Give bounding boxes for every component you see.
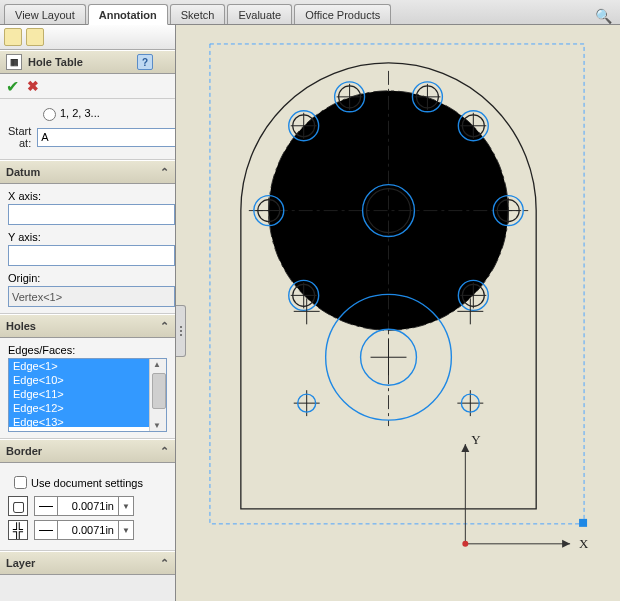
holes-header[interactable]: Holes ⌃ (0, 314, 175, 338)
border-body: Use document settings ▢ 0.0071in ▼ ╬ 0.0… (0, 463, 175, 551)
list-item[interactable]: Edge<1> (9, 359, 166, 373)
y-axis-input[interactable] (8, 245, 175, 266)
tab-office-products[interactable]: Office Products (294, 4, 391, 24)
svg-marker-54 (562, 540, 570, 548)
datum-body: X axis: Y axis: Origin: (0, 184, 175, 314)
border-title: Border (6, 445, 42, 457)
inner-border-icon[interactable]: ╬ (8, 520, 28, 540)
list-item[interactable]: Edge<13> (9, 415, 166, 427)
feature-manager-toolstrip (0, 25, 175, 50)
fm-icon-2[interactable] (26, 28, 44, 46)
help-button[interactable]: ? (137, 54, 153, 70)
list-item[interactable]: Edge<12> (9, 401, 166, 415)
chevron-down-icon: ▼ (118, 497, 133, 515)
numbering-radio[interactable] (43, 108, 56, 121)
zoom-icon[interactable]: 🔍 (595, 8, 612, 24)
origin-input[interactable] (8, 286, 175, 307)
ok-button[interactable]: ✔ (6, 77, 19, 96)
inner-border-value: 0.0071in (58, 524, 118, 536)
edges-faces-label: Edges/Faces: (8, 344, 167, 356)
drawing-view: X Y (176, 25, 620, 600)
scrollbar-thumb[interactable] (152, 373, 166, 409)
numbering-radio-label: 1, 2, 3... (60, 107, 100, 119)
use-doc-checkbox[interactable] (14, 476, 27, 489)
start-at-label: Start at: (8, 125, 37, 149)
datum-title: Datum (6, 166, 40, 178)
list-item[interactable]: Edge<11> (9, 387, 166, 401)
start-at-input[interactable] (37, 128, 176, 147)
cancel-button[interactable]: ✖ (27, 78, 39, 94)
x-axis-input[interactable] (8, 204, 175, 225)
panel-title: Hole Table (28, 56, 83, 68)
outer-border-thickness[interactable]: 0.0071in ▼ (34, 496, 134, 516)
confirm-row: ✔ ✖ (0, 74, 175, 99)
axis-triad: X Y (461, 432, 589, 551)
numbering-option[interactable]: 1, 2, 3... (38, 105, 167, 121)
tab-evaluate[interactable]: Evaluate (227, 4, 292, 24)
list-scrollbar[interactable] (149, 359, 166, 431)
collapse-icon: ⌃ (160, 166, 169, 179)
tab-view-layout[interactable]: View Layout (4, 4, 86, 24)
property-manager-panel: ▦ Hole Table ? ✔ ✖ 1, 2, 3... Start at: … (0, 25, 176, 601)
svg-marker-56 (461, 444, 469, 452)
tab-annotation[interactable]: Annotation (88, 4, 168, 25)
chevron-down-icon: ▼ (118, 521, 133, 539)
inner-border-thickness[interactable]: 0.0071in ▼ (34, 520, 134, 540)
y-axis-label: Y (471, 432, 481, 447)
outer-border-value: 0.0071in (58, 500, 118, 512)
origin-label: Origin: (8, 272, 167, 284)
y-axis-label: Y axis: (8, 231, 167, 243)
x-axis-label: X (579, 536, 589, 551)
fm-icon-1[interactable] (4, 28, 22, 46)
collapse-icon: ⌃ (160, 445, 169, 458)
use-doc-label: Use document settings (31, 477, 143, 489)
svg-rect-1 (579, 519, 587, 527)
drawing-canvas[interactable]: X Y (176, 25, 620, 601)
list-item[interactable]: Edge<10> (9, 373, 166, 387)
layer-header[interactable]: Layer ⌃ (0, 551, 175, 575)
x-axis-label: X axis: (8, 190, 167, 202)
layer-title: Layer (6, 557, 35, 569)
holes-title: Holes (6, 320, 36, 332)
svg-point-57 (462, 541, 468, 547)
tab-bar: View Layout Annotation Sketch Evaluate O… (0, 0, 620, 25)
datum-header[interactable]: Datum ⌃ (0, 160, 175, 184)
collapse-icon: ⌃ (160, 320, 169, 333)
edges-listbox[interactable]: Edge<1> Edge<10> Edge<11> Edge<12> Edge<… (8, 358, 167, 432)
hole-table-icon: ▦ (6, 54, 22, 70)
border-header[interactable]: Border ⌃ (0, 439, 175, 463)
numbering-section: 1, 2, 3... Start at: (0, 99, 175, 160)
holes-body: Edges/Faces: Edge<1> Edge<10> Edge<11> E… (0, 338, 175, 439)
collapse-icon: ⌃ (160, 557, 169, 570)
use-doc-settings[interactable]: Use document settings (10, 473, 167, 492)
tab-sketch[interactable]: Sketch (170, 4, 226, 24)
outer-border-icon[interactable]: ▢ (8, 496, 28, 516)
panel-title-bar: ▦ Hole Table ? (0, 50, 175, 74)
